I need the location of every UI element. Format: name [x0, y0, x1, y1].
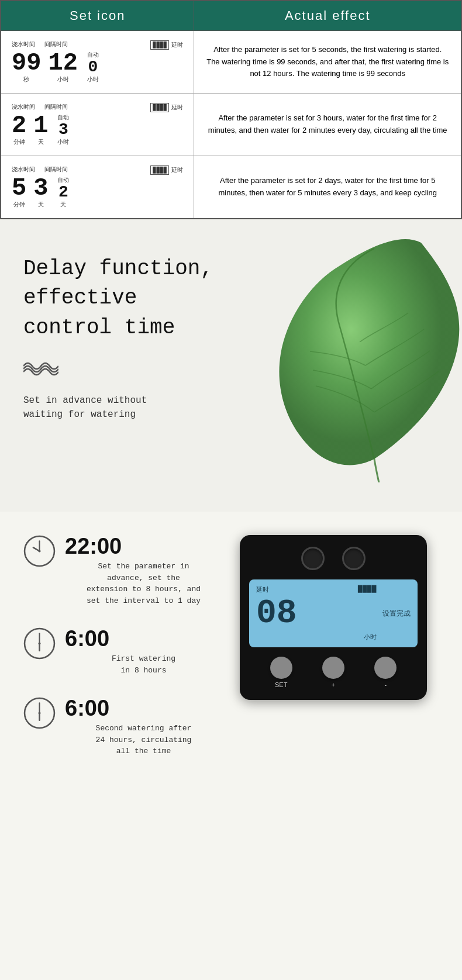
battery-icon: ▉▉▉▉: [150, 40, 169, 50]
delay-unit: 小时: [57, 138, 69, 146]
delay-unit: 天: [60, 201, 66, 209]
effect-cell-2: After the parameter is set for 2 days, w…: [194, 156, 461, 219]
clock-icon-0: [23, 535, 56, 567]
delay-num: 0: [88, 59, 98, 75]
screen-status: 设置完成: [382, 609, 411, 619]
screen-delay-label: 延时: [256, 585, 269, 594]
time-display-2: 6:00: [65, 697, 222, 719]
table-row: 浇水时间 间隔时间 ▉▉▉▉ 延时 2 分钟 1 天 自动 3: [1, 94, 461, 156]
effect-cell-0: After the parameter is set for 5 seconds…: [194, 31, 461, 94]
time-display-1: 6:00: [65, 627, 222, 650]
port-right: [342, 547, 366, 570]
watering-label: 浇水时间: [12, 165, 35, 174]
watering-num: 99: [12, 51, 41, 75]
interval-num: 12: [48, 51, 77, 75]
screen-unit: 小时: [256, 633, 377, 641]
table-row: 浇水时间 间隔时间 ▉▉▉▉ 延时 99 秒 12 小时 自动 0: [1, 31, 461, 94]
port-left: [301, 547, 325, 570]
battery-icon: ▉▉▉▉: [150, 103, 169, 112]
info-table: Set icon Actual effect 浇水时间 间隔时间 ▉▉▉▉ 延时…: [0, 0, 462, 219]
clock-icon-2: [23, 697, 56, 729]
device-buttons: SET + -: [249, 657, 418, 688]
svg-line-2: [33, 547, 40, 551]
battery-icon: ▉▉▉▉: [150, 165, 169, 175]
lcd-display-0: 浇水时间 间隔时间 ▉▉▉▉ 延时 99 秒 12 小时 自动 0: [8, 37, 187, 87]
timeline-content-0: 22:00 Set the parameter inadvance, set t…: [65, 535, 222, 606]
device-top: [249, 547, 418, 570]
timeline-item-2: 6:00 Second watering after24 hours, circ…: [23, 697, 222, 757]
btn-minus[interactable]: -: [374, 657, 397, 688]
delay-num: 2: [58, 184, 68, 201]
effect-cell-1: After the parameter is set for 3 hours, …: [194, 94, 461, 156]
btn-plus[interactable]: +: [322, 657, 344, 688]
timeline-item-0: 22:00 Set the parameter inadvance, set t…: [23, 535, 222, 606]
interval-label: 间隔时间: [44, 165, 68, 174]
lcd-cell-0: 浇水时间 间隔时间 ▉▉▉▉ 延时 99 秒 12 小时 自动 0: [1, 31, 194, 94]
watering-unit: 秒: [23, 75, 29, 84]
device-mockup: 延时 ▉▉▉▉ 08 小时 设置完成 SET: [240, 535, 439, 700]
interval-label: 间隔时间: [44, 40, 68, 49]
lcd-screen: 延时 ▉▉▉▉ 08 小时 设置完成: [249, 579, 418, 647]
screen-number: 08: [256, 596, 377, 630]
col1-header: Set icon: [1, 1, 194, 31]
delay-section: Delay function, effective control time S…: [0, 219, 462, 512]
watering-label: 浇水时间: [12, 103, 35, 112]
timeline-item-1: 6:00 First wateringin 8 hours: [23, 627, 222, 676]
timeline-items: 22:00 Set the parameter inadvance, set t…: [23, 535, 222, 778]
delay-title: Delay function, effective control time: [23, 254, 439, 343]
time-desc-2: Second watering after24 hours, circulati…: [65, 723, 222, 757]
interval-num: 3: [33, 176, 48, 201]
btn-set[interactable]: SET: [270, 657, 292, 688]
delay-label: 延时: [171, 103, 183, 112]
watering-unit: 分钟: [13, 201, 25, 209]
watering-num: 2: [12, 113, 26, 138]
timeline-section: 22:00 Set the parameter inadvance, set t…: [0, 512, 462, 802]
delay-label: 延时: [171, 41, 183, 49]
interval-unit: 天: [38, 138, 44, 146]
table-section: Set icon Actual effect 浇水时间 间隔时间 ▉▉▉▉ 延时…: [0, 0, 462, 219]
screen-battery: ▉▉▉▉: [358, 585, 377, 594]
lcd-display-2: 浇水时间 间隔时间 ▉▉▉▉ 延时 5 分钟 3 天 自动 2: [8, 162, 187, 212]
time-desc-1: First wateringin 8 hours: [65, 653, 222, 676]
lcd-cell-1: 浇水时间 间隔时间 ▉▉▉▉ 延时 2 分钟 1 天 自动 3: [1, 94, 194, 156]
timeline-content-2: 6:00 Second watering after24 hours, circ…: [65, 697, 222, 757]
delay-label: 延时: [171, 166, 183, 174]
delay-unit: 小时: [87, 75, 99, 84]
clock-icon-1: [23, 627, 56, 660]
interval-num: 1: [33, 113, 48, 138]
time-display-0: 22:00: [65, 535, 222, 557]
watering-unit: 分钟: [13, 138, 25, 146]
delay-num: 3: [58, 122, 68, 138]
col2-header: Actual effect: [194, 1, 461, 31]
time-desc-0: Set the parameter inadvance, set theexte…: [65, 561, 222, 606]
interval-label: 间隔时间: [44, 103, 68, 112]
watering-label: 浇水时间: [12, 40, 35, 49]
watering-num: 5: [12, 176, 26, 201]
timeline-content-1: 6:00 First wateringin 8 hours: [65, 627, 222, 676]
interval-unit: 天: [38, 201, 44, 209]
interval-unit: 小时: [57, 75, 69, 84]
lcd-display-1: 浇水时间 间隔时间 ▉▉▉▉ 延时 2 分钟 1 天 自动 3: [8, 99, 187, 150]
wave-icon: [23, 360, 439, 382]
table-row: 浇水时间 间隔时间 ▉▉▉▉ 延时 5 分钟 3 天 自动 2: [1, 156, 461, 219]
subtitle-text: Set in advance without waiting for water…: [23, 394, 439, 422]
lcd-cell-2: 浇水时间 间隔时间 ▉▉▉▉ 延时 5 分钟 3 天 自动 2: [1, 156, 194, 219]
